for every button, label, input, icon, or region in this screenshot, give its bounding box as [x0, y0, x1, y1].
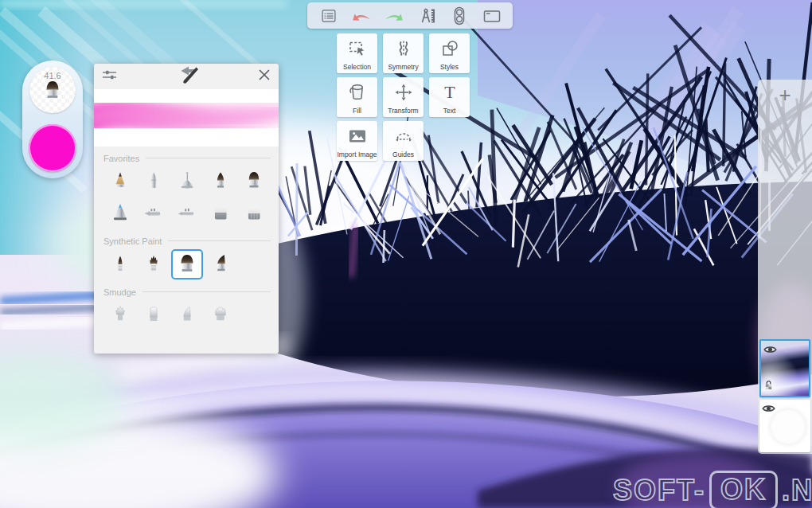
tool-label: Transform	[388, 107, 418, 115]
double-puck-icon	[452, 6, 467, 25]
redo-button[interactable]	[382, 5, 406, 27]
tool-selection[interactable]: Selection	[337, 33, 377, 73]
brush-section-synthetic-paint: Synthetic Paint	[103, 235, 271, 280]
brush-marker[interactable]	[137, 197, 170, 229]
brush-library-back-button[interactable]	[176, 64, 200, 89]
tool-label: Text	[443, 107, 456, 115]
section-divider	[168, 240, 271, 241]
tool-label: Guides	[392, 150, 414, 158]
menu-button[interactable]	[317, 5, 341, 27]
watermark: SOFT- OK .NET	[613, 471, 812, 508]
brush-round-fluffy[interactable]	[137, 248, 170, 280]
svg-text:T: T	[444, 82, 455, 102]
section-divider	[142, 291, 271, 292]
background-layer[interactable]	[759, 400, 810, 452]
section-title: Favorites	[103, 154, 139, 163]
sketchbook-app: SelectionSymmetryStylesFillTransformTTex…	[0, 0, 812, 508]
tool-label: Fill	[353, 107, 361, 115]
paint-layer[interactable]	[759, 339, 810, 397]
brush-paintbrush-large[interactable]	[237, 166, 271, 197]
tool-text[interactable]: TText	[429, 77, 470, 117]
redo-arrow-icon	[385, 9, 404, 23]
watermark-prefix: SOFT-	[613, 474, 705, 507]
section-divider	[146, 158, 271, 158]
color-puck[interactable]	[29, 124, 76, 172]
close-brush-panel-button[interactable]	[258, 68, 271, 84]
tool-import-image[interactable]: Import Image	[337, 121, 377, 161]
brush-smudge-angled[interactable]	[170, 299, 204, 331]
sliders-icon	[102, 68, 117, 84]
layer-color-circle	[771, 409, 806, 444]
brush-eraser-hard[interactable]	[204, 197, 237, 229]
brush-chisel-marker[interactable]	[170, 197, 204, 229]
brush-pencil[interactable]	[103, 166, 137, 197]
layer-editor-button[interactable]	[480, 5, 504, 27]
import-image-icon	[347, 121, 368, 150]
fill-icon	[347, 77, 368, 107]
menu-icon	[321, 8, 337, 24]
brush-paintbrush-small[interactable]	[204, 166, 237, 197]
tool-label: Styles	[440, 63, 459, 71]
brush-eraser-soft[interactable]	[237, 197, 271, 229]
tool-symmetry[interactable]: Symmetry	[383, 33, 424, 73]
transparency-lock-icon	[764, 379, 773, 393]
brush-size-puck[interactable]: 41.6	[29, 67, 76, 113]
symmetry-icon	[393, 33, 414, 63]
brush-smudge-splayed[interactable]	[103, 299, 137, 331]
undo-arrow-icon	[352, 9, 371, 23]
tool-label: Selection	[343, 63, 371, 71]
brush-stroke-preview	[94, 89, 279, 147]
brush-panel-header	[94, 64, 279, 89]
brush-round-detail[interactable]	[103, 248, 137, 280]
tool-transform[interactable]: Transform	[383, 77, 424, 117]
brush-section-smudge: Smudge	[103, 286, 271, 331]
undo-button[interactable]	[349, 5, 373, 27]
brush-library-button[interactable]	[415, 5, 439, 27]
tools-grid: SelectionSymmetryStylesFillTransformTTex…	[337, 33, 470, 161]
layer-editor-icon	[482, 8, 502, 24]
brush-round-dome[interactable]	[171, 249, 203, 279]
watermark-boxed: OK	[709, 471, 778, 508]
active-brush-icon	[41, 80, 64, 106]
selection-icon	[347, 33, 368, 63]
styles-icon	[439, 33, 460, 63]
top-toolbar	[307, 2, 513, 29]
back-brush-icon	[176, 64, 200, 89]
color-puck-button[interactable]	[447, 5, 471, 27]
guides-icon	[392, 121, 415, 150]
brush-settings-button[interactable]	[102, 68, 117, 84]
brush-section-favorites: Favorites	[103, 152, 271, 229]
brush-library-panel: FavoritesSynthetic PaintSmudge	[94, 64, 279, 354]
watermark-suffix: .NET	[782, 474, 812, 507]
brush-smudge-flat[interactable]	[137, 299, 170, 331]
brush-angled-flat[interactable]	[204, 248, 237, 280]
add-layer-button[interactable]: +	[779, 84, 791, 105]
tool-fill[interactable]: Fill	[337, 77, 377, 117]
brush-inking-pen[interactable]	[170, 166, 204, 197]
brush-airbrush[interactable]	[103, 197, 137, 229]
brush-ruler-icon	[417, 7, 436, 25]
tool-guides[interactable]: Guides	[383, 121, 424, 161]
brush-smudge-fan[interactable]	[204, 299, 237, 331]
layer-list	[758, 339, 812, 454]
layer-visibility-eye-icon[interactable]	[763, 343, 777, 358]
brush-ballpoint-pen[interactable]	[137, 166, 170, 197]
layer-visibility-eye-icon[interactable]	[762, 402, 775, 416]
brush-color-puck: 41.6	[22, 61, 83, 178]
layers-panel: +	[758, 80, 812, 454]
close-icon	[258, 68, 271, 84]
text-icon: T	[439, 77, 460, 107]
tool-label: Symmetry	[388, 63, 418, 71]
tool-label: Import Image	[337, 150, 377, 158]
tool-styles[interactable]: Styles	[429, 33, 470, 73]
section-title: Synthetic Paint	[103, 236, 162, 246]
section-title: Smudge	[103, 287, 136, 297]
brush-sections: FavoritesSynthetic PaintSmudge	[94, 152, 279, 331]
transform-icon	[393, 77, 414, 107]
